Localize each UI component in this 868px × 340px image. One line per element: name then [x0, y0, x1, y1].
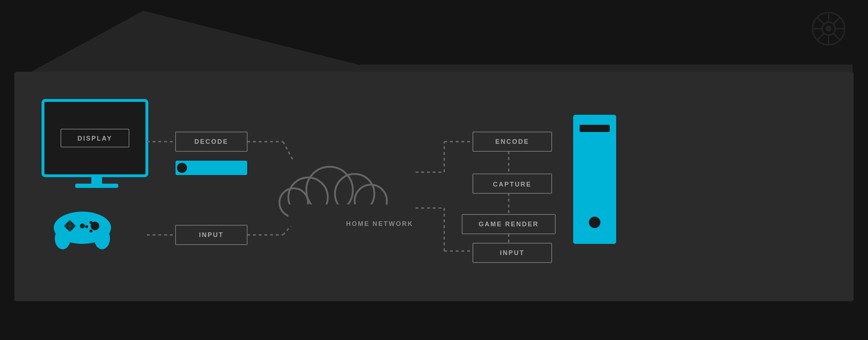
svg-point-60	[589, 217, 600, 228]
display-label: DISPLAY	[77, 135, 112, 142]
svg-point-22	[80, 223, 85, 229]
svg-line-12	[817, 33, 824, 40]
cloud-shape	[279, 167, 387, 226]
svg-line-10	[833, 33, 840, 40]
svg-point-25	[90, 221, 92, 224]
controller-icon	[54, 212, 111, 249]
steam-logo	[811, 11, 847, 47]
game-render-label: GAME RENDER	[479, 221, 539, 228]
svg-point-19	[94, 228, 110, 249]
encode-label: ENCODE	[495, 138, 529, 145]
capture-label: CAPTURE	[493, 181, 532, 188]
svg-rect-15	[75, 184, 118, 188]
input-right-label: INPUT	[500, 249, 525, 256]
svg-rect-24	[68, 221, 71, 231]
input-left-label: INPUT	[199, 231, 224, 239]
svg-line-9	[817, 17, 824, 24]
svg-rect-59	[580, 125, 610, 132]
svg-point-13	[826, 26, 831, 32]
svg-line-36	[283, 142, 294, 161]
svg-point-27	[90, 230, 92, 232]
svg-point-26	[94, 225, 97, 228]
svg-point-28	[85, 225, 88, 228]
home-network-label: HOME NETWORK	[346, 220, 413, 227]
svg-point-33	[177, 163, 187, 173]
decode-label: DECODE	[194, 138, 228, 145]
svg-line-11	[833, 17, 840, 24]
svg-point-18	[55, 228, 71, 249]
svg-rect-14	[91, 176, 102, 184]
